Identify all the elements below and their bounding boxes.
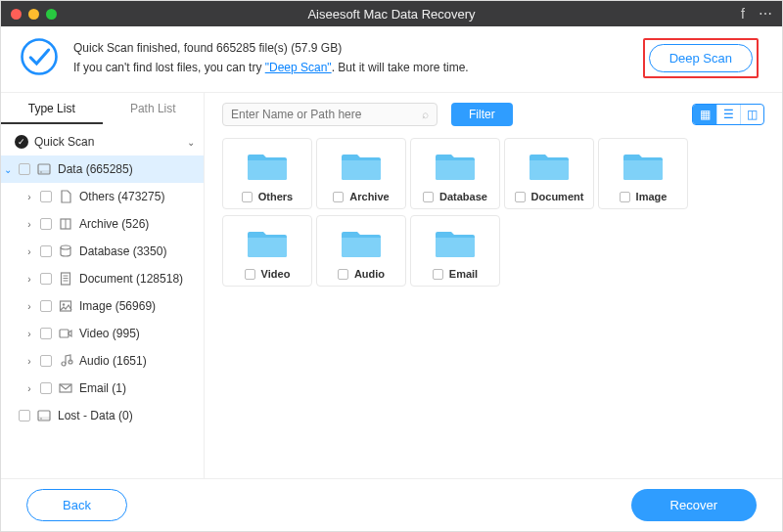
folder-label: Audio xyxy=(354,268,385,280)
feedback-icon[interactable]: ⋯ xyxy=(759,6,772,22)
tab-type-list[interactable]: Type List xyxy=(1,93,103,124)
recover-button[interactable]: Recover xyxy=(631,489,757,521)
checkbox[interactable] xyxy=(242,192,253,202)
window-controls xyxy=(11,9,57,20)
tree-item-video[interactable]: ›Video (995) xyxy=(1,320,204,347)
facebook-icon[interactable]: f xyxy=(741,6,745,22)
back-button[interactable]: Back xyxy=(26,489,127,521)
tree-item-email[interactable]: ›Email (1) xyxy=(1,375,204,402)
search-box[interactable]: ⌕ xyxy=(222,103,438,126)
fullscreen-window-button[interactable] xyxy=(46,9,57,20)
folder-cell[interactable]: Document xyxy=(504,138,594,209)
chevron-right-icon[interactable]: › xyxy=(24,383,34,394)
tree-item-document[interactable]: ›Document (128518) xyxy=(1,265,204,292)
checkbox[interactable] xyxy=(40,300,52,312)
scan-status-line: Quick Scan finished, found 665285 file(s… xyxy=(73,39,469,58)
disk-icon xyxy=(36,161,52,177)
folder-label: Email xyxy=(449,268,478,280)
checkbox[interactable] xyxy=(40,355,52,367)
tree-data-root[interactable]: ⌄ Data (665285) xyxy=(1,155,204,183)
sidebar-tabs: Type List Path List xyxy=(1,93,204,124)
folder-cell[interactable]: Audio xyxy=(316,215,406,287)
checkbox[interactable] xyxy=(423,192,434,202)
file-tree: Quick Scan ⌄ ⌄ Data (665285) ›Others (47… xyxy=(1,124,204,478)
search-input[interactable] xyxy=(231,108,422,121)
tree-item-audio[interactable]: ›Audio (1651) xyxy=(1,347,204,375)
folder-label: Document xyxy=(531,191,584,202)
checkbox[interactable] xyxy=(338,269,348,280)
archive-icon xyxy=(58,216,73,232)
toolbar: ⌕ Filter ▦ ☰ ◫ xyxy=(205,93,782,132)
scan-hint-line: If you can't find lost files, you can tr… xyxy=(73,59,469,77)
column-view-button[interactable]: ◫ xyxy=(740,105,763,124)
titlebar: Aiseesoft Mac Data Recovery f ⋯ xyxy=(1,1,782,26)
chevron-right-icon[interactable]: › xyxy=(24,356,34,367)
scan-info-bar: Quick Scan finished, found 665285 file(s… xyxy=(1,26,782,93)
checkbox[interactable] xyxy=(19,410,30,421)
minimize-window-button[interactable] xyxy=(28,9,39,20)
deep-scan-button[interactable]: Deep Scan xyxy=(649,44,753,72)
folder-label: Others xyxy=(258,191,293,202)
tree-item-image[interactable]: ›Image (56969) xyxy=(1,292,204,320)
email-icon xyxy=(58,380,73,396)
folder-cell[interactable]: Database xyxy=(410,138,500,209)
close-window-button[interactable] xyxy=(11,9,22,20)
chevron-right-icon[interactable]: › xyxy=(24,192,34,202)
checkbox[interactable] xyxy=(245,269,255,280)
folder-icon xyxy=(415,147,495,185)
audio-icon xyxy=(58,353,73,369)
checkbox[interactable] xyxy=(333,192,344,202)
list-view-button[interactable]: ☰ xyxy=(716,105,740,124)
chevron-right-icon[interactable]: › xyxy=(24,301,34,312)
tree-lost-data[interactable]: › Lost - Data (0) xyxy=(1,402,204,429)
tree-quick-scan[interactable]: Quick Scan ⌄ xyxy=(1,128,204,155)
checkbox[interactable] xyxy=(40,328,52,339)
checkbox[interactable] xyxy=(19,163,30,175)
chevron-right-icon[interactable]: › xyxy=(24,329,34,339)
footer: Back Recover xyxy=(1,478,782,531)
sidebar: Type List Path List Quick Scan ⌄ ⌄ Data … xyxy=(1,93,205,478)
tree-item-database[interactable]: ›Database (3350) xyxy=(1,238,204,265)
chevron-right-icon[interactable]: › xyxy=(24,219,34,230)
tree-item-archive[interactable]: ›Archive (526) xyxy=(1,210,204,238)
folder-icon xyxy=(227,147,307,185)
tab-path-list[interactable]: Path List xyxy=(103,93,205,124)
folder-cell[interactable]: Email xyxy=(410,215,500,287)
folder-cell[interactable]: Others xyxy=(222,138,312,209)
checkbox[interactable] xyxy=(433,269,443,280)
folder-icon xyxy=(509,147,589,185)
checkbox[interactable] xyxy=(40,382,52,394)
checkbox[interactable] xyxy=(40,191,52,202)
main-panel: ⌕ Filter ▦ ☰ ◫ OthersArchiveDatabaseDocu… xyxy=(205,93,782,478)
checkmark-icon xyxy=(15,135,28,149)
scan-complete-icon xyxy=(19,36,60,80)
checkbox[interactable] xyxy=(40,218,52,230)
grid-view-button[interactable]: ▦ xyxy=(693,105,716,124)
filter-button[interactable]: Filter xyxy=(451,103,513,126)
checkbox[interactable] xyxy=(40,273,52,285)
search-icon: ⌕ xyxy=(422,108,429,121)
folder-icon xyxy=(321,224,401,262)
tree-item-others[interactable]: ›Others (473275) xyxy=(1,183,204,210)
folder-cell[interactable]: Image xyxy=(598,138,688,209)
checkbox[interactable] xyxy=(515,192,526,202)
database-icon xyxy=(58,244,73,259)
folder-icon xyxy=(321,147,401,185)
checkbox[interactable] xyxy=(40,245,52,257)
chevron-down-icon[interactable]: ⌄ xyxy=(3,164,13,175)
folder-cell[interactable]: Video xyxy=(222,215,312,287)
document-icon xyxy=(58,271,73,287)
svg-point-16 xyxy=(23,40,57,74)
folder-label: Database xyxy=(439,191,487,202)
chevron-down-icon[interactable]: ⌄ xyxy=(186,137,196,148)
folder-icon xyxy=(415,224,495,262)
chevron-right-icon[interactable]: › xyxy=(24,246,34,257)
checkbox[interactable] xyxy=(620,192,630,202)
folder-label: Image xyxy=(636,191,668,202)
image-icon xyxy=(58,298,73,314)
deep-scan-link[interactable]: "Deep Scan" xyxy=(265,61,332,74)
chevron-right-icon[interactable]: › xyxy=(24,274,34,285)
window: Aiseesoft Mac Data Recovery f ⋯ Quick Sc… xyxy=(0,0,783,532)
folder-cell[interactable]: Archive xyxy=(316,138,406,209)
folder-label: Archive xyxy=(349,191,389,202)
